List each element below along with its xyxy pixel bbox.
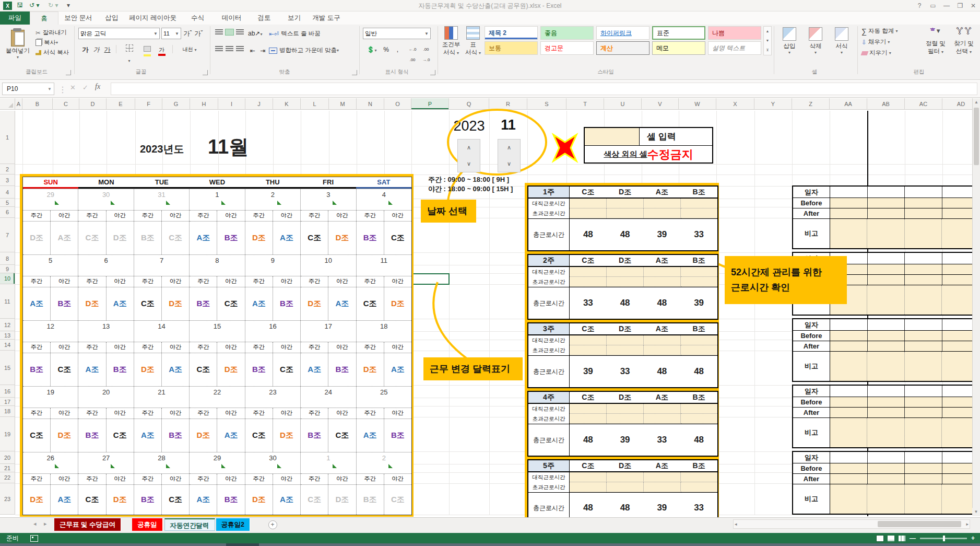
shift-cell[interactable]: D조	[273, 419, 300, 452]
shift-cell[interactable]: A조	[107, 287, 134, 320]
hours-cell[interactable]	[830, 463, 868, 473]
style-메모[interactable]: 메모	[652, 41, 705, 55]
column-header-Y[interactable]: Y	[754, 98, 792, 110]
shift-cell[interactable]: D조	[51, 419, 78, 452]
shift-cell[interactable]: A조	[273, 485, 300, 515]
ribbon-tab-검토[interactable]: 검토	[248, 11, 280, 25]
zoom-slider[interactable]	[920, 538, 967, 539]
column-header-J[interactable]: J	[245, 98, 273, 110]
shift-cell[interactable]: A조	[384, 353, 411, 386]
shift-cell[interactable]: D조	[217, 353, 244, 386]
shift-cell[interactable]: D조	[107, 222, 134, 254]
ribbon-tab-삽입[interactable]: 삽입	[98, 11, 125, 25]
vertical-scrollbar[interactable]: ▲	[972, 98, 980, 516]
horizontal-scrollbar-thumb[interactable]	[878, 521, 961, 527]
horizontal-align-buttons[interactable]	[215, 46, 244, 52]
row-header-7[interactable]: 7	[0, 218, 15, 252]
column-header-I[interactable]: I	[218, 98, 245, 110]
row-header-9[interactable]: 9	[0, 265, 15, 273]
style-좋음[interactable]: 좋음	[540, 26, 594, 40]
hours-input-cell[interactable]	[607, 404, 644, 414]
column-header-S[interactable]: S	[527, 98, 566, 110]
column-header-T[interactable]: T	[566, 98, 604, 110]
column-header-D[interactable]: D	[79, 98, 107, 110]
column-header-C[interactable]: C	[53, 98, 79, 110]
macro-record-icon[interactable]	[30, 535, 38, 542]
shift-cell[interactable]: B조	[384, 419, 411, 452]
shift-cell[interactable]: C조	[162, 222, 189, 254]
date-cell[interactable]	[868, 452, 905, 463]
hours-input-cell[interactable]	[570, 335, 607, 345]
hours-input-cell[interactable]	[570, 267, 607, 277]
shift-cell[interactable]: C조	[107, 419, 134, 452]
zoom-in-icon[interactable]: +	[971, 535, 975, 542]
shrink-font-icon[interactable]: 가ˇ	[194, 28, 204, 38]
hours-cell[interactable]	[905, 397, 942, 407]
row-header-13[interactable]: 13	[0, 331, 15, 340]
confirm-entry-icon[interactable]: ✓	[82, 84, 88, 91]
hours-input-cell[interactable]	[607, 208, 644, 218]
horizontal-scrollbar[interactable]: ◂ ▸	[733, 519, 970, 529]
column-header-F[interactable]: F	[135, 98, 162, 110]
vertical-scrollbar-down-icon[interactable]: ▼	[972, 508, 980, 516]
style-보통[interactable]: 보통	[485, 41, 538, 55]
increase-decimal-icon[interactable]: ←.0.00	[406, 44, 419, 54]
calendar-day-4[interactable]: 4주간야간B조C조	[357, 189, 411, 254]
cells-삭제-button[interactable]: 삭제▾	[804, 27, 827, 60]
row-header-4[interactable]: 4	[0, 186, 15, 199]
hours-input-cell[interactable]	[644, 208, 681, 218]
align-dialog-launcher-icon[interactable]	[352, 70, 357, 75]
date-cell[interactable]	[868, 386, 905, 397]
sheet-tab-공휴일[interactable]: 공휴일	[132, 518, 163, 531]
shift-cell[interactable]: A조	[23, 287, 51, 320]
date-cell[interactable]	[905, 253, 942, 264]
borders-icon[interactable]: ▾	[124, 44, 134, 54]
calendar-day-2[interactable]: 2주간야간D조A조	[245, 189, 301, 254]
hours-input-cell[interactable]	[681, 404, 717, 414]
year-value[interactable]: 2023	[449, 118, 489, 134]
shift-cell[interactable]: B조	[23, 353, 51, 386]
month-value[interactable]: 11	[489, 117, 527, 133]
hours-input-cell[interactable]	[570, 414, 607, 424]
hours-input-cell[interactable]	[607, 414, 644, 424]
row-header-15[interactable]: 15	[0, 351, 15, 385]
shift-cell[interactable]: B조	[273, 287, 300, 320]
hours-input-cell[interactable]	[644, 345, 681, 355]
ribbon-tab-개발 도구[interactable]: 개발 도구	[308, 11, 345, 25]
column-header-L[interactable]: L	[301, 98, 329, 110]
font-dialog-launcher-icon[interactable]	[203, 70, 208, 75]
bold-button[interactable]: 가	[80, 44, 90, 54]
name-box[interactable]: P10▼	[2, 83, 54, 95]
fill-button[interactable]: ⇩채우기 ▾	[861, 37, 890, 47]
shift-cell[interactable]: A조	[357, 419, 384, 452]
hours-input-cell[interactable]	[681, 482, 717, 492]
column-header-W[interactable]: W	[679, 98, 716, 110]
hours-input-cell[interactable]	[644, 472, 681, 482]
year-spin-down-icon[interactable]: ∨	[458, 156, 480, 172]
italic-button[interactable]: 가	[91, 44, 101, 54]
shift-cell[interactable]: D조	[357, 353, 384, 386]
page-break-view-icon[interactable]	[899, 536, 905, 541]
column-header-R[interactable]: R	[489, 98, 527, 110]
row-header-11[interactable]: 11	[0, 284, 15, 319]
date-cell[interactable]	[905, 452, 942, 463]
hours-input-cell[interactable]	[681, 277, 717, 287]
shift-cell[interactable]: C조	[245, 419, 273, 452]
row-header-18[interactable]: 18	[0, 406, 15, 417]
hours-input-cell[interactable]	[644, 335, 681, 345]
date-cell[interactable]	[830, 386, 868, 397]
select-all-corner[interactable]	[0, 98, 15, 110]
hours-cell[interactable]	[905, 408, 942, 417]
column-header-G[interactable]: G	[162, 98, 190, 110]
autosum-button[interactable]: ∑자동 합계 ▾	[861, 26, 898, 36]
hours-cell[interactable]	[905, 331, 942, 341]
note-cell[interactable]	[905, 285, 942, 315]
minimize-icon[interactable]: —	[940, 0, 953, 11]
hours-cell[interactable]	[868, 474, 905, 484]
column-header-N[interactable]: N	[357, 98, 384, 110]
sheet-nav-right-icon[interactable]: ▸	[44, 520, 47, 527]
row-header-12[interactable]: 12	[0, 319, 15, 331]
shift-cell[interactable]: D조	[245, 222, 273, 254]
hours-input-cell[interactable]	[681, 472, 717, 482]
hours-cell[interactable]	[868, 264, 905, 274]
